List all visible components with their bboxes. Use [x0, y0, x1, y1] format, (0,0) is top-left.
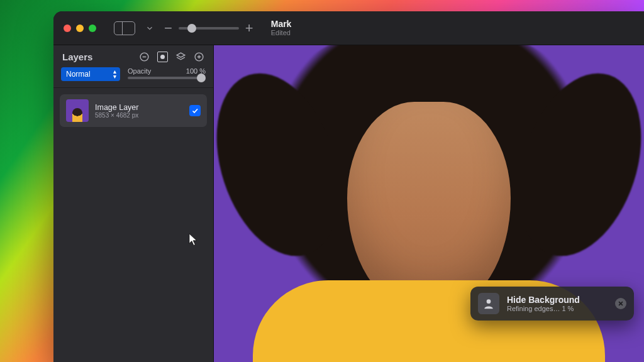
zoom-in-button[interactable]: + [245, 20, 253, 36]
document-title: Mark Edited [271, 19, 292, 37]
blend-mode-value: Normal [66, 70, 91, 79]
layer-row[interactable]: Image Layer 5853 × 4682 px [60, 94, 207, 127]
toast-subtitle: Refining edges… 1 % [507, 305, 580, 312]
close-icon [618, 300, 624, 307]
document-name: Mark [271, 19, 292, 29]
layer-dimensions: 5853 × 4682 px [95, 112, 183, 119]
toast-close-button[interactable] [615, 298, 626, 309]
svg-point-6 [487, 299, 491, 304]
opacity-label: Opacity [128, 67, 151, 75]
updown-arrows-icon: ▴▾ [113, 69, 116, 79]
chevron-down-icon[interactable] [145, 24, 154, 33]
check-icon [191, 107, 199, 114]
layers-panel-actions [139, 52, 204, 62]
zoom-slider[interactable] [179, 27, 239, 30]
opacity-control: Opacity 100 % [128, 67, 206, 81]
close-icon[interactable] [64, 25, 71, 32]
svg-marker-2 [177, 53, 185, 57]
mouse-cursor [189, 233, 199, 247]
zoom-control: − + [164, 20, 253, 36]
titlebar: − + Mark Edited [53, 11, 644, 45]
layers-panel-title: Layers [62, 52, 92, 62]
blend-mode-select[interactable]: Normal ▴▾ [61, 67, 120, 81]
main-area: Layers Normal ▴▾ [53, 45, 644, 362]
toast-text: Hide Background Refining edges… 1 % [507, 295, 580, 312]
layers-stack-icon[interactable] [175, 52, 186, 62]
mask-icon[interactable] [157, 52, 168, 62]
toast-title: Hide Background [507, 295, 580, 305]
layer-thumbnail [66, 99, 89, 122]
circle-plus-icon[interactable] [194, 52, 204, 62]
sidebar-toggle-button[interactable] [114, 21, 135, 35]
canvas[interactable]: Hide Background Refining edges… 1 % [214, 45, 644, 362]
layer-name: Image Layer [95, 103, 183, 112]
app-window: − + Mark Edited Layers [53, 11, 644, 362]
opacity-slider[interactable] [128, 77, 206, 79]
portrait-face [347, 102, 511, 309]
layer-info: Image Layer 5853 × 4682 px [95, 103, 183, 119]
layer-controls: Normal ▴▾ Opacity 100 % [53, 67, 213, 88]
document-status: Edited [271, 29, 292, 37]
opacity-slider-thumb[interactable] [197, 74, 206, 82]
progress-toast: Hide Background Refining edges… 1 % [470, 287, 634, 321]
window-controls [64, 25, 96, 32]
sidebar-toggle-icon [114, 22, 123, 35]
layers-panel: Layers Normal ▴▾ [53, 45, 214, 362]
zoom-slider-thumb[interactable] [187, 24, 196, 33]
maximize-icon[interactable] [89, 25, 96, 32]
zoom-out-button[interactable]: − [164, 20, 172, 36]
layers-panel-header: Layers [53, 45, 213, 67]
layer-visibility-checkbox[interactable] [189, 105, 201, 116]
person-silhouette-icon [478, 293, 499, 314]
minimize-icon[interactable] [76, 25, 84, 32]
circle-minus-icon[interactable] [139, 52, 150, 62]
